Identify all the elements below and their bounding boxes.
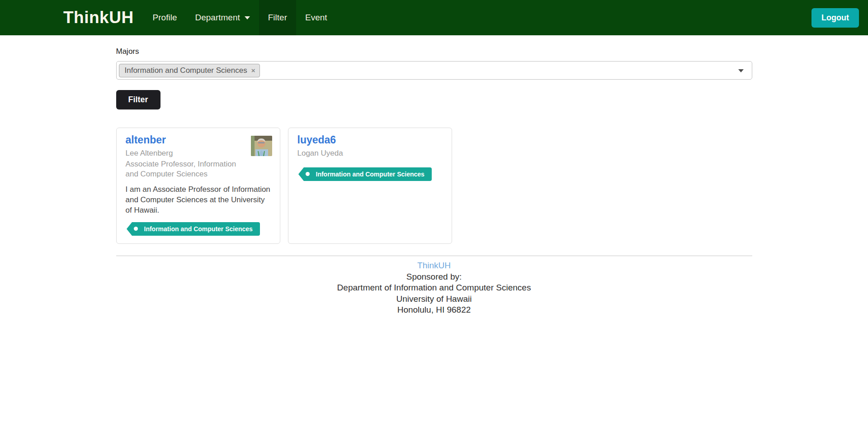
profile-photo xyxy=(251,136,272,156)
username-link[interactable]: altenber xyxy=(126,133,271,147)
nav-item-filter[interactable]: Filter xyxy=(259,0,296,35)
full-name: Lee Altenberg xyxy=(126,148,271,158)
nav-item-label: Department xyxy=(195,13,240,23)
username-link[interactable]: luyeda6 xyxy=(297,133,443,147)
bio-text: I am an Associate Professor of Informati… xyxy=(126,185,271,216)
chevron-down-icon xyxy=(245,16,250,19)
footer: ThinkUH Sponsored by: Department of Info… xyxy=(116,256,752,316)
filter-submit-button[interactable]: Filter xyxy=(116,90,160,109)
footer-university: University of Hawaii xyxy=(116,294,752,305)
nav-menu: Profile Department Filter Event xyxy=(144,0,336,35)
majors-multiselect[interactable]: Information and Computer Sciences × xyxy=(116,61,752,80)
major-tag: Information and Computer Sciences xyxy=(132,222,260,236)
nav-item-profile[interactable]: Profile xyxy=(144,0,186,35)
major-tag-label: Information and Computer Sciences xyxy=(316,171,425,178)
major-tag: Information and Computer Sciences xyxy=(304,167,432,181)
nav-item-label: Profile xyxy=(153,13,177,23)
results-row: altenber Lee Altenberg Associate Profess… xyxy=(116,128,752,244)
main-content: Majors Information and Computer Sciences… xyxy=(116,47,752,316)
tag-dot-icon xyxy=(134,227,138,231)
nav-item-label: Filter xyxy=(268,13,287,23)
footer-department: Department of Information and Computer S… xyxy=(116,282,752,294)
profile-card-luyeda6: luyeda6 Logan Uyeda Information and Comp… xyxy=(288,128,452,244)
nav-item-event[interactable]: Event xyxy=(296,0,336,35)
full-name: Logan Uyeda xyxy=(297,148,443,158)
job-title: Associate Professor, Information and Com… xyxy=(126,159,239,179)
navbar-right: Logout xyxy=(811,0,859,35)
footer-address: Honolulu, HI 96822 xyxy=(116,304,752,316)
major-tag-label: Information and Computer Sciences xyxy=(144,225,253,233)
majors-label: Majors xyxy=(116,47,752,56)
tag-dot-icon xyxy=(306,172,310,176)
nav-item-department[interactable]: Department xyxy=(186,0,259,35)
footer-sponsored-by: Sponsored by: xyxy=(116,271,752,283)
logout-button[interactable]: Logout xyxy=(811,8,859,28)
footer-brand-link[interactable]: ThinkUH xyxy=(417,261,451,270)
navbar: ThinkUH Profile Department Filter Event … xyxy=(0,0,868,35)
profile-card-altenber: altenber Lee Altenberg Associate Profess… xyxy=(116,128,280,244)
brand-logo[interactable]: ThinkUH xyxy=(63,0,134,35)
dropdown-caret-icon[interactable] xyxy=(738,69,744,72)
nav-item-label: Event xyxy=(305,13,327,23)
profile-photo-image xyxy=(251,136,272,156)
remove-tag-icon[interactable]: × xyxy=(251,67,255,74)
selected-major-label: Information and Computer Sciences xyxy=(125,66,247,75)
selected-major-chip: Information and Computer Sciences × xyxy=(119,64,260,77)
